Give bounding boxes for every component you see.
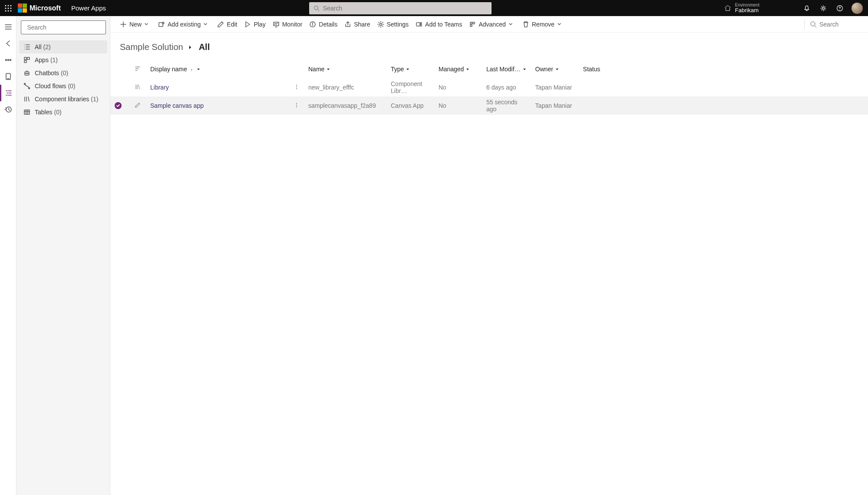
table-row[interactable]: Librarynew_library_efffcComponent Libr…N…	[110, 78, 868, 96]
table-row[interactable]: Sample canvas appsamplecanvasapp_f2a89Ca…	[110, 96, 868, 115]
global-search[interactable]	[309, 2, 492, 14]
history-icon	[4, 106, 12, 113]
more-horizontal-icon	[4, 56, 12, 64]
row-type: Canvas App	[386, 96, 434, 115]
row-more-button[interactable]	[289, 96, 304, 115]
rail-hamburger[interactable]	[0, 19, 17, 35]
row-type-icon-cell	[130, 96, 146, 115]
col-managed[interactable]: Managed	[434, 60, 482, 78]
breadcrumb: Sample Solution All	[110, 33, 868, 60]
sidebar-item-all[interactable]: All(2)	[19, 40, 107, 53]
settings-button[interactable]: Settings	[374, 16, 413, 32]
app-name[interactable]: Power Apps	[71, 4, 106, 12]
col-type[interactable]: Type	[386, 60, 434, 78]
more-vertical-icon	[294, 102, 300, 108]
col-sort-indicator[interactable]	[130, 60, 146, 78]
tablet-icon	[4, 73, 12, 80]
sidebar-item-label: Chatbots	[35, 70, 59, 76]
details-button[interactable]: Details	[306, 16, 341, 32]
command-bar: New Add existing Edit Play Monitor	[110, 16, 868, 33]
list-search-input[interactable]	[819, 21, 858, 28]
svg-point-75	[296, 88, 297, 89]
add-to-teams-label: Add to Teams	[425, 21, 462, 28]
svg-point-1	[7, 5, 9, 6]
svg-point-77	[296, 105, 297, 106]
row-more-button[interactable]	[289, 78, 304, 96]
col-status[interactable]: Status	[579, 60, 868, 78]
hamburger-icon	[4, 23, 12, 31]
svg-point-41	[27, 73, 28, 74]
advanced-label: Advanced	[479, 21, 505, 28]
row-name: samplecanvasapp_f2a89	[304, 96, 386, 115]
svg-line-10	[317, 9, 319, 11]
svg-point-73	[296, 85, 297, 86]
advanced-button[interactable]: Advanced	[465, 16, 518, 32]
search-icon	[314, 5, 320, 11]
gear-icon	[820, 5, 827, 12]
rail-back[interactable]	[0, 35, 17, 52]
row-selected-indicator[interactable]	[115, 102, 122, 109]
monitor-button[interactable]: Monitor	[269, 16, 306, 32]
plus-icon	[120, 21, 127, 28]
svg-point-7	[7, 10, 9, 11]
col-modified[interactable]: Last Modif…	[482, 60, 531, 78]
svg-rect-63	[416, 23, 420, 26]
pencil-icon	[217, 21, 224, 28]
sidebar-item-cloud-flows[interactable]: Cloud flows(0)	[19, 80, 107, 93]
sidebar-search-input[interactable]	[27, 24, 103, 31]
row-type: Component Libr…	[386, 78, 434, 96]
environment-icon	[724, 4, 732, 12]
share-button[interactable]: Share	[341, 16, 373, 32]
svg-point-16	[5, 60, 7, 61]
col-display-name-label: Display name	[150, 66, 187, 73]
col-display-name[interactable]: Display name ↑	[146, 60, 289, 78]
col-owner-label: Owner	[535, 66, 553, 73]
monitor-icon	[273, 21, 280, 28]
global-search-input[interactable]	[323, 5, 487, 12]
edit-button[interactable]: Edit	[214, 16, 241, 32]
col-name-label: Name	[308, 66, 324, 73]
svg-line-72	[139, 85, 139, 89]
teams-icon	[416, 21, 422, 28]
settings-button[interactable]	[815, 0, 832, 16]
breadcrumb-root[interactable]: Sample Solution	[120, 42, 183, 52]
user-avatar[interactable]	[851, 3, 863, 14]
microsoft-logo: Microsoft	[18, 3, 61, 13]
row-display-name[interactable]: Library	[146, 78, 289, 96]
rail-history[interactable]	[0, 101, 17, 118]
row-display-name[interactable]: Sample canvas app	[146, 96, 289, 115]
sidebar-item-tables[interactable]: Tables(0)	[19, 106, 107, 119]
sidebar-item-apps[interactable]: Apps(1)	[19, 53, 107, 66]
remove-button[interactable]: Remove	[519, 16, 568, 32]
pencil-icon	[135, 102, 141, 108]
col-owner[interactable]: Owner	[531, 60, 579, 78]
rail-tablet[interactable]	[0, 68, 17, 85]
sidebar-search[interactable]	[21, 20, 106, 34]
app-launcher-button[interactable]	[0, 0, 16, 16]
rail-objects[interactable]	[0, 85, 17, 101]
new-button[interactable]: New	[116, 16, 155, 32]
chevron-right-icon	[188, 45, 193, 50]
chevron-down-icon	[196, 67, 201, 72]
rail-more[interactable]	[0, 52, 17, 68]
sidebar-item-count: (0)	[54, 109, 61, 116]
sidebar-item-chatbots[interactable]: Chatbots(0)	[19, 66, 107, 80]
col-name[interactable]: Name	[304, 60, 386, 78]
breadcrumb-current: All	[199, 42, 210, 52]
sidebar-item-count: (0)	[68, 83, 75, 90]
chevron-down-icon	[508, 22, 513, 27]
environment-picker[interactable]: Environment Fabrikam	[724, 3, 759, 13]
list-search[interactable]	[806, 21, 862, 28]
main-panel: New Add existing Edit Play Monitor	[110, 16, 868, 495]
remove-label: Remove	[532, 21, 554, 28]
svg-point-2	[10, 5, 11, 6]
svg-point-76	[296, 103, 297, 104]
add-existing-button[interactable]: Add existing	[155, 16, 214, 32]
sidebar-item-component-libraries[interactable]: Component libraries(1)	[19, 93, 107, 106]
add-to-teams-button[interactable]: Add to Teams	[412, 16, 465, 32]
play-button[interactable]: Play	[241, 16, 269, 32]
help-button[interactable]	[832, 0, 848, 16]
notifications-button[interactable]	[799, 0, 815, 16]
col-type-label: Type	[391, 66, 404, 73]
svg-point-11	[822, 7, 825, 9]
